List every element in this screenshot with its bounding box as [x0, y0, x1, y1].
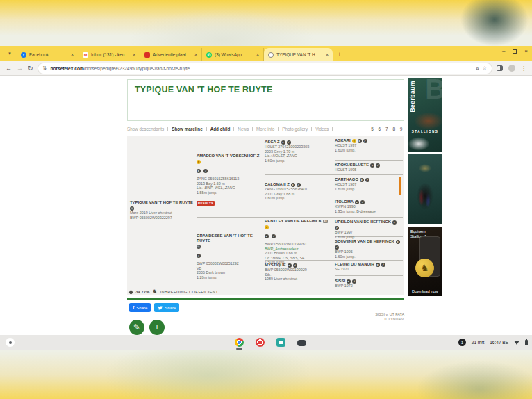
media-icon[interactable]: ▸ — [347, 279, 351, 284]
equisem-logo-icon: ♞ — [415, 259, 434, 277]
reload-button[interactable]: ↻ — [28, 65, 33, 72]
horse-detail: 1989 Liver chestnut — [265, 277, 332, 282]
horse-name: BENTLEY VAN DE HEFFINCK — [265, 219, 322, 224]
ad-equisem-app[interactable]: Equisem Stallion App ♞ Download now — [408, 227, 442, 296]
status-tray[interactable]: 1 21 mrt 16:47 BE — [458, 335, 528, 350]
horse-gen4-sissi[interactable]: SISSI▸✓ BWP 1972 — [335, 279, 401, 288]
media-icon[interactable]: ▸ — [396, 240, 400, 244]
horse-gen3-asca[interactable]: ASCA Z▸✓ HOLST 276421000203303 2003 Grey… — [265, 140, 332, 163]
horse-subject[interactable]: TYPIQUE VAN 'T HOF TE RUYTE📷 Mare 2019 L… — [130, 200, 194, 220]
pedigree-divider — [335, 275, 403, 276]
close-tab-icon[interactable]: × — [326, 52, 329, 57]
menu-show-descendants[interactable]: Show descendants — [127, 127, 168, 131]
page-content: TYPIQUE VAN 'T HOF TE RUYTE Show descend… — [0, 76, 532, 335]
facebook-share-button[interactable]: f Share — [129, 303, 151, 312]
pedigree-divider — [335, 160, 403, 161]
horse-gen4-carthago[interactable]: CARTHAGO▸✓ HOLST 1987 1.60m jump. — [335, 177, 401, 195]
ad-ghost-letter: B — [425, 78, 442, 105]
new-tab-button[interactable]: + — [335, 49, 344, 59]
launcher-button[interactable] — [6, 338, 15, 347]
media-icon[interactable]: ▸ — [197, 169, 201, 173]
gold-badge-icon: ● — [352, 139, 356, 143]
menu-videos[interactable]: Videos — [312, 127, 333, 131]
address-bar[interactable]: ⇅ horsetelex.com/horses/pedigree/2324950… — [38, 63, 492, 74]
menu-news[interactable]: News — [234, 127, 253, 131]
ad-dressage-horse[interactable] — [408, 154, 442, 224]
horse-gen4-askari[interactable]: ASKARI●▸✓ HOLST 1997 1.60m jump. — [335, 138, 401, 152]
media-icon[interactable]: ▸ — [358, 139, 362, 143]
close-tab-icon[interactable]: × — [133, 52, 135, 57]
chrome-icon[interactable] — [235, 338, 244, 347]
translate-icon[interactable]: A — [476, 66, 479, 71]
horse-gen3-bentley[interactable]: BENTLEY VAN DE HEFFINCKET● ▸ ✓ BWP 05600… — [265, 219, 332, 265]
horse-gen4-souvenir[interactable]: SOUVENIR VAN DE HEFFINCK▸✓ BWP 1995 1.60… — [335, 239, 401, 259]
profile-avatar[interactable] — [508, 65, 515, 72]
tab-search-button[interactable]: ▾ — [4, 48, 15, 59]
facebook-icon: f — [21, 52, 26, 58]
media-icon[interactable]: ▸ — [355, 200, 359, 204]
verified-icon: ✓ — [203, 169, 208, 173]
menu-add-child[interactable]: Add child — [207, 127, 235, 131]
generation-pagination[interactable]: 5 6 7 8 9 — [371, 127, 404, 131]
horse-sire[interactable]: AMADEO VAN 'T VOSSENHOF Z● ▸ ✓ ZANG 0560… — [197, 154, 262, 207]
maximize-button[interactable] — [513, 49, 517, 54]
shelf-time[interactable]: 16:47 BE — [490, 340, 508, 345]
horse-gen3-caloma[interactable]: CALOMA II Z▸✓ ZANG 056015Z55636401 2001 … — [265, 182, 332, 201]
app-icon-dark[interactable] — [297, 340, 306, 346]
back-button[interactable]: ← — [6, 65, 12, 72]
twitter-share-button[interactable]: Share — [154, 303, 179, 312]
tab-typique-active[interactable]: TYPIQUE VAN 'T HOF TE RUYT × — [264, 48, 333, 61]
horse-gen4-krokusbluete[interactable]: KROKUSBLUETE▸✓ HOLST 1995 — [335, 163, 401, 172]
media-icon[interactable]: ▸ — [281, 140, 285, 145]
browser-window: ▾ f Facebook × M Inbox (131) - ken.deruy… — [0, 46, 532, 350]
gmail-icon: M — [83, 52, 88, 58]
media-icon[interactable]: ▸ — [392, 220, 397, 225]
side-panel-icon[interactable] — [497, 65, 503, 71]
close-window-button[interactable]: × — [524, 48, 528, 54]
add-button[interactable]: + — [149, 320, 165, 335]
horse-gen4-upsilon[interactable]: UPSILON VAN DE HEFFINCK▸✓ BWP 1997 1.60m… — [335, 220, 401, 239]
shelf-date[interactable]: 21 mrt — [472, 340, 484, 345]
media-icon[interactable]: ▸ — [291, 183, 295, 187]
pencil-icon: ✎ — [133, 323, 140, 332]
close-tab-icon[interactable]: × — [71, 52, 74, 57]
url-text[interactable]: horsetelex.com/horses/pedigree/2324950/t… — [50, 66, 472, 71]
edit-button[interactable]: ✎ — [129, 320, 144, 335]
tab-facebook[interactable]: f Facebook × — [17, 48, 78, 61]
menu-photo-gallery[interactable]: Photo gallery — [279, 127, 312, 131]
menu-show-mareline[interactable]: Show mareline — [168, 127, 206, 131]
media-icon[interactable]: ▸ — [370, 163, 374, 168]
et-badge: ET — [323, 220, 328, 223]
media-icon[interactable]: ▸ — [265, 234, 269, 238]
horse-name: FLEURI DU MANOIR — [335, 262, 374, 267]
menu-more-info[interactable]: More info — [253, 127, 279, 131]
verified-icon: ✓ — [352, 279, 356, 284]
screencast-icon[interactable] — [276, 338, 285, 347]
tab-advertentie[interactable]: Advertentie plaatsen 478482... × — [140, 48, 202, 61]
shelf-apps — [235, 335, 306, 350]
ad-brand: Beerbaum — [409, 81, 416, 113]
action-menu: Show descendants Show mareline Add child… — [127, 124, 404, 133]
app-icon-red[interactable] — [256, 338, 265, 347]
close-tab-icon[interactable]: × — [194, 52, 197, 57]
horse-gen4-itoloma[interactable]: ITOLOMA▸✓ KWPN 1990 1.35m jump. B-dressa… — [335, 200, 401, 213]
tab-inbox[interactable]: M Inbox (131) - ken.deruyte@g... × — [78, 48, 140, 61]
bookmark-star-icon[interactable]: ☆ — [483, 65, 487, 71]
results-badge[interactable]: RESULTS — [197, 201, 215, 206]
horse-gen3-mystique[interactable]: MYSTIQUE▸✓ BWP 056002W00100929 Stb. 1989… — [265, 263, 332, 282]
site-info-icon[interactable]: ⇅ — [43, 65, 47, 71]
forward-button[interactable]: → — [17, 65, 23, 72]
close-tab-icon[interactable]: × — [256, 52, 259, 57]
horse-dam[interactable]: GRANDESSE VAN 'T HOF TE RUYTE📷 ✓ BWP 056… — [197, 234, 262, 279]
tab-whatsapp[interactable]: ✆ (3) WhatsApp × — [202, 48, 264, 61]
minimize-button[interactable]: – — [502, 48, 505, 54]
notification-badge[interactable]: 1 — [458, 339, 466, 346]
media-icon[interactable]: ▸ — [376, 263, 380, 267]
horse-gen4-fleuri[interactable]: FLEURI DU MANOIR▸✓ SF 1971 — [335, 262, 401, 272]
media-icon[interactable]: ▸ — [288, 263, 292, 268]
ad-beerbaum-stallions[interactable]: B Beerbaum STALLIONS — [408, 78, 442, 152]
horse-detail: BWP 1972 — [335, 284, 401, 288]
horse-name: ITOLOMA — [335, 200, 354, 204]
media-icon[interactable]: ▸ — [360, 178, 364, 182]
browser-menu-icon[interactable]: ⋮ — [521, 65, 526, 72]
